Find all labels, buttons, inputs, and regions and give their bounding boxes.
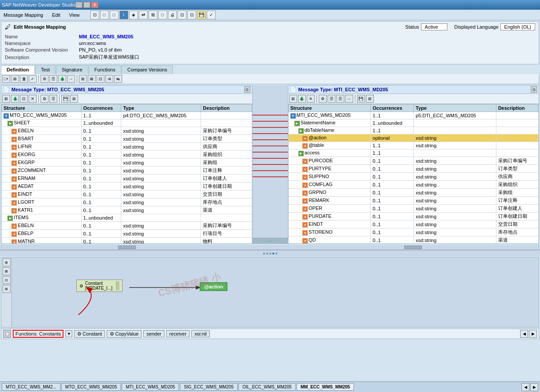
- tool-tree[interactable]: 🌲: [58, 75, 66, 83]
- left-pane-maximize[interactable]: ⊡: [244, 86, 250, 93]
- tab-signature[interactable]: Signature: [56, 65, 88, 74]
- right-cell-structure: ●PURTYPE: [288, 165, 371, 173]
- func-btn-receiver-label: receiver: [169, 331, 186, 336]
- tool-gear[interactable]: ⚙: [41, 75, 48, 83]
- func-bar-icon[interactable]: 📋: [3, 330, 11, 338]
- func-arrow-right[interactable]: ▶: [529, 330, 537, 338]
- mp-icon-3[interactable]: ⊡: [3, 276, 11, 284]
- tool-grid1[interactable]: ⊞: [79, 75, 87, 83]
- close-button[interactable]: ✕: [91, 2, 98, 8]
- lp-tool-7[interactable]: ⊞: [70, 95, 78, 103]
- func-btn-xsinil[interactable]: xsi:nil: [191, 330, 210, 337]
- tool-arrow2[interactable]: ⇉: [105, 75, 113, 83]
- left-cell-description: 渠道: [201, 206, 252, 214]
- func-btn-sender[interactable]: sender: [143, 330, 164, 337]
- tb-icon-6[interactable]: ⊞: [149, 11, 157, 19]
- tool-arrow3[interactable]: ⇆: [114, 75, 122, 83]
- menu-item-message-mapping[interactable]: Message Mapping: [2, 11, 45, 19]
- swcv-value: PN_PO, v1.0 of ibm: [79, 47, 122, 52]
- taskbar-item-1[interactable]: MTO_ECC_WMS_MM2...: [2, 383, 60, 391]
- taskbar-item-4[interactable]: SIG_ECC_WMS_MM205: [180, 383, 238, 391]
- rp-tool-3[interactable]: ✕: [307, 95, 315, 103]
- maximize-button[interactable]: □: [83, 2, 90, 8]
- rp-tool-6[interactable]: ☰: [336, 95, 344, 103]
- menu-item-edit[interactable]: Edit: [50, 11, 62, 19]
- tb-icon-9[interactable]: ⊡: [178, 11, 186, 19]
- left-cell-type: xsd:string: [121, 222, 201, 230]
- tab-compare-versions[interactable]: Compare Versions: [122, 65, 173, 74]
- rp-tool-save[interactable]: 💾: [357, 95, 365, 103]
- left-cell-type: xsd:string: [121, 198, 201, 206]
- tool-copy[interactable]: ⊞: [11, 75, 19, 83]
- taskbar-nav-right[interactable]: ▶: [530, 383, 538, 391]
- tab-definition[interactable]: Definition: [1, 65, 35, 74]
- rp-tool-5[interactable]: ☰: [328, 95, 335, 103]
- taskbar-item-3[interactable]: MTI_ECC_WMS_MD205: [122, 383, 179, 391]
- lp-tool-1[interactable]: ⊞: [2, 95, 10, 103]
- status-label: Status: [405, 24, 419, 30]
- rp-tool-7[interactable]: →: [345, 95, 353, 103]
- tool-arrow[interactable]: →: [67, 75, 75, 83]
- right-cell-description: 订单创建人: [496, 205, 538, 213]
- tool-check2[interactable]: ✓: [29, 75, 37, 83]
- func-dropdown-icon[interactable]: ▼: [65, 330, 72, 337]
- tool-grid3[interactable]: ⊡: [97, 75, 104, 83]
- taskbar-nav-left[interactable]: ◀: [521, 383, 529, 391]
- tb-icon-5[interactable]: ⇄: [139, 11, 148, 19]
- tb-icon-10[interactable]: ⊡: [187, 11, 196, 19]
- left-cell-description: 交货日期: [201, 190, 252, 198]
- right-cell-occurrences: 0..1: [371, 213, 414, 220]
- lp-tool-6[interactable]: ☰: [49, 95, 57, 103]
- target-action-box[interactable]: @action: [200, 282, 227, 291]
- tool-list[interactable]: ☰: [49, 75, 57, 83]
- tool-grid2[interactable]: ⊠: [88, 75, 96, 83]
- taskbar-item-6[interactable]: MM_ECC_WMS_MM205: [297, 383, 354, 391]
- rp-tool-8[interactable]: ⊞: [366, 95, 374, 103]
- mp-icon-4[interactable]: ⊞: [3, 285, 11, 293]
- tb-icon-4[interactable]: ◈: [129, 11, 138, 19]
- tb-icon-2[interactable]: □: [100, 11, 109, 19]
- func-arrow-left[interactable]: ◀: [520, 330, 528, 338]
- connector-scroll[interactable]: ⋯: [253, 238, 288, 244]
- tb-icon-1[interactable]: ⊡: [90, 11, 99, 19]
- lp-tool-4[interactable]: ✕: [29, 95, 37, 103]
- func-btn-receiver[interactable]: receiver: [166, 330, 190, 337]
- left-cell-structure: ▶ITEMS: [2, 214, 82, 222]
- mp-icon-2[interactable]: ⊠: [3, 267, 11, 275]
- right-cell-description: 库存地点: [496, 228, 538, 236]
- left-cell-structure: ●ERNAM: [2, 175, 82, 183]
- taskbar-item-2[interactable]: MTO_ECC_WMS_MM205: [61, 383, 121, 391]
- lp-tool-2[interactable]: 🌲: [11, 95, 19, 103]
- tb-icon-check[interactable]: ✓: [207, 11, 216, 19]
- right-pane-maximize[interactable]: ⊡: [531, 86, 537, 93]
- right-col-occurrences: Occurrences: [371, 105, 414, 112]
- tool-new[interactable]: □+: [2, 75, 10, 83]
- rp-tool-4[interactable]: ⚙: [319, 95, 327, 103]
- left-scroll[interactable]: [1, 245, 253, 250]
- tool-delete[interactable]: 🗑: [20, 75, 28, 83]
- tb-icon-info[interactable]: i: [119, 11, 128, 19]
- minimize-button[interactable]: _: [75, 2, 82, 8]
- tab-functions[interactable]: Functions: [89, 65, 121, 74]
- constant-box[interactable]: ⚙ Constant [UPDATE_I...]: [76, 280, 123, 292]
- tb-icon-save[interactable]: 💾: [197, 11, 206, 19]
- right-scroll[interactable]: [288, 245, 539, 250]
- lp-tool-save[interactable]: 💾: [61, 95, 69, 103]
- right-cell-structure: ●PURDATE: [288, 213, 371, 220]
- func-btn-copyvalue[interactable]: ⚙ CopyValue: [107, 330, 142, 338]
- mapping-left-panel: ⊞ ⊠ ⊡ ⊞: [1, 258, 12, 327]
- tab-test[interactable]: Test: [35, 65, 56, 74]
- lp-tool-3[interactable]: ⊡: [20, 95, 28, 103]
- func-btn-constant[interactable]: ⚙ Constant: [74, 330, 105, 338]
- menu-item-view[interactable]: View: [67, 11, 82, 19]
- tb-icon-8[interactable]: 🖨: [168, 11, 177, 19]
- tb-icon-3[interactable]: □: [110, 11, 119, 19]
- right-cell-occurrences: 1..1: [371, 112, 414, 119]
- mp-icon-1[interactable]: ⊞: [3, 258, 11, 266]
- rp-tool-1[interactable]: ⊞: [289, 95, 297, 103]
- lp-tool-5[interactable]: ⚙: [41, 95, 48, 103]
- rp-tool-2[interactable]: 🌲: [298, 95, 306, 103]
- tb-icon-7[interactable]: □: [158, 11, 167, 19]
- taskbar-item-5[interactable]: OIL_ECC_WMS_MM205: [238, 383, 296, 391]
- left-table-row: ●MATNR 0..1 xsd:string 物料: [2, 238, 252, 244]
